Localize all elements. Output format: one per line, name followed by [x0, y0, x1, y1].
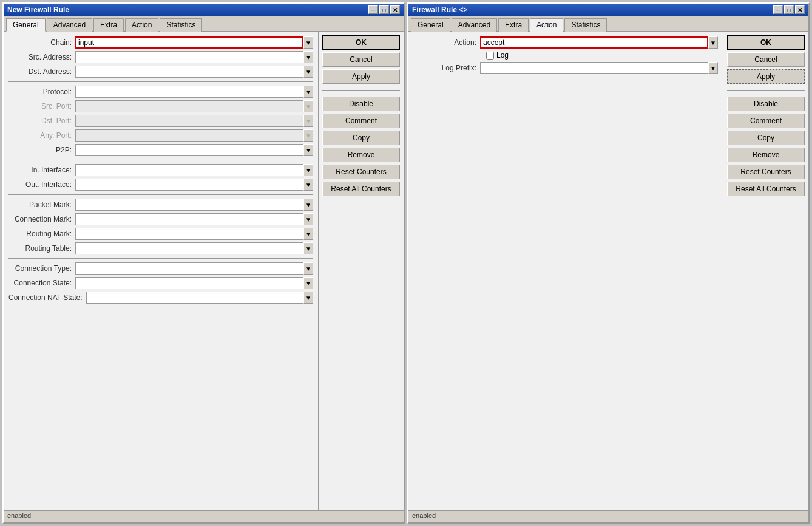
connection-nat-state-wrapper: ▼ [86, 292, 313, 304]
right-remove-button[interactable]: Remove [727, 148, 805, 162]
in-interface-wrapper: ▼ [75, 164, 313, 176]
chain-input[interactable] [75, 36, 303, 49]
left-copy-button[interactable]: Copy [322, 131, 400, 145]
left-maximize-button[interactable]: □ [379, 5, 389, 14]
dst-address-dropdown[interactable]: ▼ [303, 66, 313, 78]
p2p-input[interactable] [75, 144, 303, 156]
left-tab-general[interactable]: General [6, 18, 46, 32]
routing-mark-dropdown[interactable]: ▼ [303, 228, 313, 240]
packet-mark-wrapper: ▼ [75, 199, 313, 211]
action-input[interactable] [480, 36, 708, 49]
dst-port-wrapper: ▼ [75, 115, 313, 127]
connection-nat-state-input[interactable] [86, 292, 303, 304]
right-copy-button[interactable]: Copy [727, 131, 805, 145]
packet-mark-dropdown[interactable]: ▼ [303, 199, 313, 211]
left-reset-all-counters-button[interactable]: Reset All Counters [322, 182, 400, 196]
connection-type-input[interactable] [75, 262, 303, 275]
right-tab-statistics[interactable]: Statistics [564, 18, 607, 32]
log-prefix-dropdown[interactable]: ▼ [708, 62, 718, 74]
out-interface-input[interactable] [75, 179, 303, 191]
right-tab-general[interactable]: General [411, 18, 450, 32]
connection-mark-input[interactable] [75, 213, 303, 225]
log-prefix-input[interactable] [480, 62, 708, 74]
routing-table-dropdown[interactable]: ▼ [303, 242, 313, 254]
out-interface-dropdown[interactable]: ▼ [303, 179, 313, 191]
p2p-dropdown[interactable]: ▼ [303, 144, 313, 156]
connection-state-dropdown[interactable]: ▼ [303, 277, 313, 289]
right-ok-button[interactable]: OK [727, 35, 805, 50]
right-comment-button[interactable]: Comment [727, 114, 805, 128]
right-reset-counters-button[interactable]: Reset Counters [727, 165, 805, 179]
src-address-dropdown[interactable]: ▼ [303, 51, 313, 63]
action-dropdown[interactable]: ▼ [708, 36, 718, 49]
connection-mark-dropdown[interactable]: ▼ [303, 213, 313, 225]
dst-address-input[interactable] [75, 66, 303, 78]
routing-mark-input[interactable] [75, 228, 303, 240]
in-interface-label: In. Interface: [8, 166, 75, 174]
routing-table-label: Routing Table: [8, 244, 75, 253]
protocol-dropdown[interactable]: ▼ [303, 86, 313, 98]
connection-type-dropdown[interactable]: ▼ [303, 262, 313, 275]
in-interface-dropdown[interactable]: ▼ [303, 164, 313, 176]
packet-mark-label: Packet Mark: [8, 200, 75, 209]
dst-address-row: Dst. Address: ▼ [8, 66, 313, 78]
left-btn-sep1 [322, 90, 400, 91]
left-status-text: enabled [7, 512, 31, 519]
dst-port-input[interactable] [75, 115, 303, 127]
connection-nat-state-dropdown[interactable]: ▼ [303, 292, 313, 304]
left-reset-counters-button[interactable]: Reset Counters [322, 165, 400, 179]
any-port-dropdown[interactable]: ▼ [303, 129, 313, 142]
log-checkbox[interactable] [486, 52, 494, 60]
in-interface-input[interactable] [75, 164, 303, 176]
dst-address-label: Dst. Address: [8, 67, 75, 76]
protocol-input[interactable] [75, 86, 303, 98]
src-address-label: Src. Address: [8, 53, 75, 61]
right-cancel-button[interactable]: Cancel [727, 52, 805, 67]
right-reset-all-counters-button[interactable]: Reset All Counters [727, 182, 805, 196]
left-comment-button[interactable]: Comment [322, 114, 400, 128]
src-address-input[interactable] [75, 51, 303, 63]
right-tab-advanced[interactable]: Advanced [452, 18, 497, 32]
left-tab-action[interactable]: Action [125, 18, 158, 32]
left-remove-button[interactable]: Remove [322, 148, 400, 162]
log-row: Log [413, 51, 718, 60]
left-tab-extra[interactable]: Extra [93, 18, 124, 32]
left-status-bar: enabled [4, 510, 404, 522]
protocol-wrapper: ▼ [75, 86, 313, 98]
routing-table-input[interactable] [75, 242, 303, 254]
dst-address-wrapper: ▼ [75, 66, 313, 78]
right-close-button[interactable]: ✕ [795, 5, 805, 14]
right-btn-sep1 [727, 90, 805, 91]
any-port-input[interactable] [75, 129, 303, 142]
left-disable-button[interactable]: Disable [322, 97, 400, 111]
chain-dropdown[interactable]: ▼ [303, 36, 313, 49]
right-button-panel: OK Cancel Apply Disable Comment Copy Rem… [723, 32, 808, 510]
src-port-dropdown[interactable]: ▼ [303, 100, 313, 112]
p2p-label: P2P: [8, 146, 75, 154]
packet-mark-input[interactable] [75, 199, 303, 211]
any-port-label: Any. Port: [8, 131, 75, 140]
connection-mark-row: Connection Mark: ▼ [8, 213, 313, 225]
left-minimize-button[interactable]: ─ [368, 5, 378, 14]
right-maximize-button[interactable]: □ [784, 5, 794, 14]
left-cancel-button[interactable]: Cancel [322, 52, 400, 67]
left-window-content: Chain: ▼ Src. Address: ▼ [4, 32, 404, 510]
left-tab-advanced[interactable]: Advanced [47, 18, 92, 32]
right-disable-button[interactable]: Disable [727, 97, 805, 111]
log-prefix-label: Log Prefix: [413, 64, 480, 72]
left-close-button[interactable]: ✕ [390, 5, 400, 14]
left-apply-button[interactable]: Apply [322, 69, 400, 84]
right-tabs: General Advanced Extra Action Statistics [408, 16, 808, 32]
right-minimize-button[interactable]: ─ [773, 5, 783, 14]
left-tab-statistics[interactable]: Statistics [160, 18, 202, 32]
connection-type-row: Connection Type: ▼ [8, 262, 313, 275]
src-port-input[interactable] [75, 100, 303, 112]
dst-port-dropdown[interactable]: ▼ [303, 115, 313, 127]
src-port-label: Src. Port: [8, 102, 75, 111]
left-ok-button[interactable]: OK [322, 35, 400, 50]
right-tab-extra[interactable]: Extra [498, 18, 529, 32]
connection-state-input[interactable] [75, 277, 303, 289]
chain-input-wrapper: ▼ [75, 36, 313, 49]
right-tab-action[interactable]: Action [530, 18, 563, 32]
right-apply-button[interactable]: Apply [727, 69, 805, 84]
